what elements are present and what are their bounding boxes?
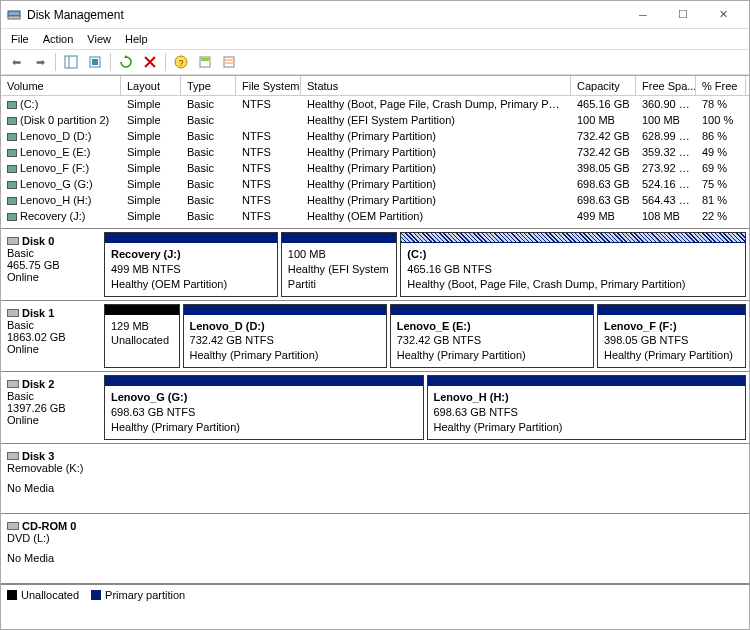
legend-unallocated: Unallocated bbox=[7, 589, 79, 601]
volume-icon bbox=[7, 165, 17, 173]
col-layout[interactable]: Layout bbox=[121, 76, 181, 95]
svg-rect-2 bbox=[65, 56, 77, 68]
no-media-area bbox=[104, 447, 746, 510]
col-capacity[interactable]: Capacity bbox=[571, 76, 636, 95]
refresh-icon[interactable] bbox=[115, 51, 137, 73]
no-media-area bbox=[104, 517, 746, 580]
col-volume[interactable]: Volume bbox=[1, 76, 121, 95]
show-hide-icon[interactable] bbox=[60, 51, 82, 73]
disk-icon bbox=[7, 522, 19, 530]
volume-icon bbox=[7, 133, 17, 141]
separator bbox=[165, 53, 166, 71]
partition-bar bbox=[105, 305, 179, 315]
table-row[interactable]: Lenovo_G (G:)SimpleBasicNTFSHealthy (Pri… bbox=[1, 176, 749, 192]
toolbar: ⬅ ➡ ? bbox=[1, 49, 749, 75]
partition-bar bbox=[282, 233, 397, 243]
table-row[interactable]: Recovery (J:)SimpleBasicNTFSHealthy (OEM… bbox=[1, 208, 749, 224]
partition-bar bbox=[184, 305, 386, 315]
disk-info[interactable]: Disk 3Removable (K:)No Media bbox=[1, 444, 101, 513]
partition[interactable]: Lenovo_E (E:)732.42 GB NTFSHealthy (Prim… bbox=[390, 304, 594, 369]
partition-container: Recovery (J:)499 MB NTFSHealthy (OEM Par… bbox=[101, 229, 749, 300]
settings-icon[interactable] bbox=[84, 51, 106, 73]
partition[interactable]: Lenovo_H (H:)698.63 GB NTFSHealthy (Prim… bbox=[427, 375, 747, 440]
back-button[interactable]: ⬅ bbox=[5, 51, 27, 73]
volume-table: Volume Layout Type File System Status Ca… bbox=[1, 75, 749, 224]
partition-container: 129 MBUnallocatedLenovo_D (D:)732.42 GB … bbox=[101, 301, 749, 372]
disk-info[interactable]: Disk 1Basic1863.02 GBOnline bbox=[1, 301, 101, 372]
disk-row: Disk 3Removable (K:)No Media bbox=[1, 444, 749, 514]
maximize-button[interactable]: ☐ bbox=[663, 2, 703, 28]
disk-row: Disk 1Basic1863.02 GBOnline129 MBUnalloc… bbox=[1, 301, 749, 373]
disk-icon bbox=[7, 309, 19, 317]
disk-info[interactable]: Disk 0Basic465.75 GBOnline bbox=[1, 229, 101, 300]
separator bbox=[110, 53, 111, 71]
app-icon bbox=[7, 8, 21, 22]
separator bbox=[55, 53, 56, 71]
partition[interactable]: Lenovo_D (D:)732.42 GB NTFSHealthy (Prim… bbox=[183, 304, 387, 369]
partition[interactable]: (C:)465.16 GB NTFSHealthy (Boot, Page Fi… bbox=[400, 232, 746, 297]
partition-bar bbox=[105, 233, 277, 243]
partition[interactable]: Recovery (J:)499 MB NTFSHealthy (OEM Par… bbox=[104, 232, 278, 297]
disk-row: Disk 2Basic1397.26 GBOnlineLenovo_G (G:)… bbox=[1, 372, 749, 444]
properties-icon[interactable] bbox=[194, 51, 216, 73]
volume-icon bbox=[7, 149, 17, 157]
partition-bar bbox=[401, 233, 745, 243]
partition[interactable]: 129 MBUnallocated bbox=[104, 304, 180, 369]
window-title: Disk Management bbox=[27, 8, 623, 22]
volume-icon bbox=[7, 197, 17, 205]
minimize-button[interactable]: ─ bbox=[623, 2, 663, 28]
svg-rect-10 bbox=[224, 57, 234, 67]
col-free[interactable]: Free Spa... bbox=[636, 76, 696, 95]
partition-bar bbox=[105, 376, 423, 386]
partition-container: Lenovo_G (G:)698.63 GB NTFSHealthy (Prim… bbox=[101, 372, 749, 443]
table-row[interactable]: Lenovo_F (F:)SimpleBasicNTFSHealthy (Pri… bbox=[1, 160, 749, 176]
partition-bar bbox=[428, 376, 746, 386]
table-row[interactable]: Lenovo_D (D:)SimpleBasicNTFSHealthy (Pri… bbox=[1, 128, 749, 144]
legend-primary: Primary partition bbox=[91, 589, 185, 601]
volume-icon bbox=[7, 213, 17, 221]
col-pctfree[interactable]: % Free bbox=[696, 76, 746, 95]
disk-info[interactable]: CD-ROM 0DVD (L:)No Media bbox=[1, 514, 101, 583]
disk-icon bbox=[7, 237, 19, 245]
forward-button[interactable]: ➡ bbox=[29, 51, 51, 73]
svg-rect-0 bbox=[8, 11, 20, 16]
table-row[interactable]: Lenovo_H (H:)SimpleBasicNTFSHealthy (Pri… bbox=[1, 192, 749, 208]
svg-text:?: ? bbox=[178, 58, 183, 68]
help-icon[interactable]: ? bbox=[170, 51, 192, 73]
menu-help[interactable]: Help bbox=[119, 31, 154, 47]
col-status[interactable]: Status bbox=[301, 76, 571, 95]
partition[interactable]: Lenovo_G (G:)698.63 GB NTFSHealthy (Prim… bbox=[104, 375, 424, 440]
titlebar: Disk Management ─ ☐ ✕ bbox=[1, 1, 749, 29]
disk-icon bbox=[7, 380, 19, 388]
disk-row: CD-ROM 0DVD (L:)No Media bbox=[1, 514, 749, 584]
disk-row: Disk 0Basic465.75 GBOnlineRecovery (J:)4… bbox=[1, 229, 749, 301]
delete-icon[interactable] bbox=[139, 51, 161, 73]
partition-bar bbox=[391, 305, 593, 315]
partition-container bbox=[101, 444, 749, 513]
table-body: (C:)SimpleBasicNTFSHealthy (Boot, Page F… bbox=[1, 96, 749, 224]
col-filesystem[interactable]: File System bbox=[236, 76, 301, 95]
menubar: File Action View Help bbox=[1, 29, 749, 49]
svg-rect-5 bbox=[92, 59, 98, 65]
table-row[interactable]: Lenovo_E (E:)SimpleBasicNTFSHealthy (Pri… bbox=[1, 144, 749, 160]
menu-action[interactable]: Action bbox=[37, 31, 80, 47]
table-row[interactable]: (Disk 0 partition 2)SimpleBasicHealthy (… bbox=[1, 112, 749, 128]
partition[interactable]: Lenovo_F (F:)398.05 GB NTFSHealthy (Prim… bbox=[597, 304, 746, 369]
partition-bar bbox=[598, 305, 745, 315]
disk-info[interactable]: Disk 2Basic1397.26 GBOnline bbox=[1, 372, 101, 443]
partition-container bbox=[101, 514, 749, 583]
list-icon[interactable] bbox=[218, 51, 240, 73]
menu-file[interactable]: File bbox=[5, 31, 35, 47]
volume-icon bbox=[7, 101, 17, 109]
svg-rect-1 bbox=[8, 16, 20, 19]
disk-icon bbox=[7, 452, 19, 460]
menu-view[interactable]: View bbox=[81, 31, 117, 47]
table-row[interactable]: (C:)SimpleBasicNTFSHealthy (Boot, Page F… bbox=[1, 96, 749, 112]
volume-icon bbox=[7, 117, 17, 125]
col-type[interactable]: Type bbox=[181, 76, 236, 95]
legend: Unallocated Primary partition bbox=[1, 584, 749, 606]
close-button[interactable]: ✕ bbox=[703, 2, 743, 28]
volume-icon bbox=[7, 181, 17, 189]
disk-graphical-view: Disk 0Basic465.75 GBOnlineRecovery (J:)4… bbox=[1, 228, 749, 584]
partition[interactable]: 100 MBHealthy (EFI System Partiti bbox=[281, 232, 398, 297]
